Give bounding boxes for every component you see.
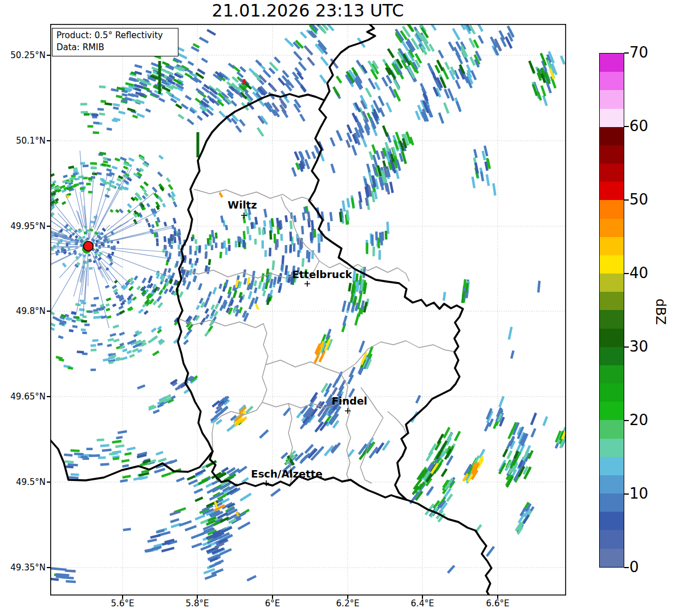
canton-border xyxy=(266,360,341,374)
lon-axis-label: 5.8°E xyxy=(186,598,209,609)
colorbar-segment xyxy=(600,402,624,420)
lat-axis-tick xyxy=(47,396,50,397)
lon-axis-label: 6.6°E xyxy=(486,598,510,609)
lat-axis-tick xyxy=(47,311,50,312)
colorbar-segment xyxy=(600,164,624,182)
colorbar-segment xyxy=(600,72,624,90)
colorbar-segment xyxy=(600,219,624,237)
lon-axis-label: 6.2°E xyxy=(336,598,360,609)
colorbar-tick-label: 70 xyxy=(629,44,648,61)
colorbar-segment xyxy=(600,237,624,255)
lat-axis-label: 49.5°N xyxy=(0,477,46,487)
lat-axis-tick xyxy=(47,55,50,56)
colorbar-tick xyxy=(624,567,629,568)
colorbar-segment xyxy=(600,420,624,438)
lat-axis-tick xyxy=(47,140,50,141)
echo-streak xyxy=(256,304,258,309)
city-label: Ettelbruck xyxy=(292,268,352,280)
colorbar-segment xyxy=(600,145,624,164)
lat-axis-tick xyxy=(47,567,50,568)
colorbar-tick xyxy=(624,273,629,274)
echo-bins-green xyxy=(50,25,566,576)
lon-axis-tick xyxy=(347,595,348,599)
colorbar-segment xyxy=(600,54,624,72)
echo-streak xyxy=(237,512,238,516)
colorbar-tick-label: 20 xyxy=(629,411,648,429)
lat-axis-label: 50.1°N xyxy=(0,136,46,146)
country-border xyxy=(177,94,463,500)
colorbar-tick-label: 0 xyxy=(629,558,639,576)
lat-axis-label: 49.95°N xyxy=(0,221,46,231)
product-info-box: Product: 0.5° Reflectivity Data: RMIB xyxy=(52,28,178,56)
lon-axis-tick xyxy=(197,595,198,599)
lat-axis-label: 50.25°N xyxy=(0,50,46,60)
lat-axis-label: 49.8°N xyxy=(0,306,46,316)
colorbar-tick-label: 50 xyxy=(629,191,648,208)
colorbar-segment xyxy=(600,439,624,457)
lon-axis-label: 6.4°E xyxy=(411,598,434,609)
colorbar-segment xyxy=(600,310,624,328)
colorbar-segment xyxy=(600,347,624,365)
country-border xyxy=(406,500,491,595)
colorbar-segment xyxy=(600,90,624,108)
radar-screenshot: 21.01.2026 23:13 UTC WiltzEttelbruckFind… xyxy=(0,0,675,616)
echo-bins-dkgreen xyxy=(51,49,545,522)
canton-border xyxy=(341,341,454,374)
colorbar-segment xyxy=(600,182,624,200)
lat-axis-label: 49.35°N xyxy=(0,562,46,573)
colorbar-segment xyxy=(600,329,624,347)
lon-axis-tick xyxy=(497,595,498,599)
colorbar-segment xyxy=(600,384,624,402)
page-title: 21.01.2026 23:13 UTC xyxy=(212,1,404,21)
canton-border xyxy=(388,411,406,434)
colorbar-unit-label: dBZ xyxy=(653,299,668,325)
colorbar-segment xyxy=(600,292,624,310)
lon-axis-label: 6°E xyxy=(265,598,280,609)
colorbar-segment xyxy=(600,255,624,274)
colorbar-segment xyxy=(600,109,624,127)
colorbar-segment xyxy=(600,530,624,548)
colorbar-segment xyxy=(600,127,624,145)
colorbar-segment xyxy=(600,274,624,292)
city-label: Esch/Alzette xyxy=(251,468,322,480)
lon-axis-label: 5.6°E xyxy=(111,598,135,609)
lon-axis-tick xyxy=(422,595,423,599)
colorbar-tick-label: 10 xyxy=(629,485,648,502)
colorbar-segment xyxy=(600,475,624,493)
lon-axis-tick xyxy=(272,595,273,599)
colorbar-tick-label: 40 xyxy=(629,264,648,282)
city-label: Wiltz xyxy=(227,199,257,211)
colorbar-segment xyxy=(600,365,624,384)
colorbar-segment xyxy=(600,493,624,512)
colorbar-segment xyxy=(600,457,624,475)
colorbar xyxy=(599,53,624,568)
colorbar-tick xyxy=(624,346,629,348)
colorbar-tick xyxy=(624,52,629,54)
city-marker xyxy=(304,281,310,287)
colorbar-segment xyxy=(600,549,624,567)
radar-site-marker xyxy=(84,242,93,251)
colorbar-segment xyxy=(600,512,624,530)
colorbar-tick xyxy=(624,199,629,201)
city-label: Findel xyxy=(332,395,368,407)
colorbar-segment xyxy=(600,200,624,218)
colorbar-tick xyxy=(624,126,629,127)
colorbar-tick-label: 60 xyxy=(629,117,648,134)
echo-streak xyxy=(219,193,222,197)
colorbar-tick-label: 30 xyxy=(629,338,648,355)
product-info-line2: Data: RMIB xyxy=(56,42,174,54)
lat-axis-label: 49.65°N xyxy=(0,391,46,402)
colorbar-tick xyxy=(624,420,629,421)
lat-axis-tick xyxy=(47,226,50,227)
lon-axis-tick xyxy=(122,595,123,599)
colorbar-tick xyxy=(624,493,629,495)
product-info-line1: Product: 0.5° Reflectivity xyxy=(56,30,174,42)
lat-axis-tick xyxy=(47,482,50,483)
radar-map-canvas: WiltzEttelbruckFindelEsch/Alzette xyxy=(50,24,566,595)
